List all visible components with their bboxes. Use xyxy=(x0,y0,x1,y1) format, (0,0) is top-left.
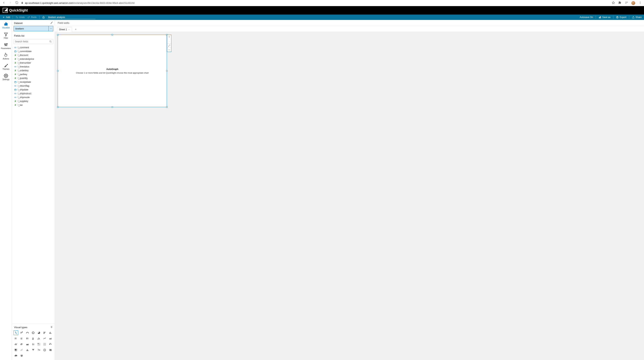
browser-back-icon[interactable] xyxy=(2,1,5,5)
visual-type-waterfall[interactable] xyxy=(36,336,41,341)
visual-type-treemap[interactable] xyxy=(14,348,18,352)
visual-type-vbar[interactable] xyxy=(48,330,53,335)
star-icon[interactable] xyxy=(612,1,615,5)
add-sheet-button[interactable] xyxy=(74,27,78,32)
visual-type-donut[interactable] xyxy=(31,330,36,335)
visual-type-v100[interactable] xyxy=(31,336,36,341)
resize-handle[interactable] xyxy=(57,34,58,36)
field-name: l_orderkey xyxy=(18,69,28,72)
field-row[interactable]: l_shipmode xyxy=(13,96,54,99)
profile-avatar[interactable] xyxy=(631,1,635,5)
rail-filter[interactable]: Filter xyxy=(4,32,8,39)
field-row[interactable]: l_shipdate xyxy=(13,88,54,92)
search-fields-input[interactable] xyxy=(14,39,53,44)
field-row[interactable]: l_linestatus xyxy=(13,65,54,69)
visual-type-pivot[interactable] xyxy=(36,342,41,346)
analysis-name-input[interactable]: lineitem analysis xyxy=(48,16,96,19)
edit-dataset-icon[interactable] xyxy=(50,22,53,25)
visual-type-kpi[interactable] xyxy=(19,330,24,335)
export-button[interactable]: Export xyxy=(616,16,626,18)
visual-type-combo1[interactable] xyxy=(14,342,18,346)
field-name: l_quantity xyxy=(18,77,28,80)
visual-type-autograph[interactable] xyxy=(14,330,18,335)
field-row[interactable]: l_returnflag xyxy=(13,84,54,88)
svg-rect-56 xyxy=(16,339,17,339)
field-row[interactable]: l_shipinstruct xyxy=(13,92,54,96)
visual-type-boxplot[interactable] xyxy=(31,342,36,346)
save-as-button[interactable]: Save as xyxy=(598,16,610,18)
svg-rect-10 xyxy=(599,17,599,18)
reading-list-icon[interactable] xyxy=(625,1,628,5)
visual-type-wordcloud[interactable] xyxy=(14,354,18,358)
visual-type-vstack[interactable] xyxy=(19,336,24,341)
visual-type-heatmap[interactable] xyxy=(48,342,53,346)
field-row[interactable]: #l_extendedprice xyxy=(13,57,54,61)
redo-button[interactable]: Redo xyxy=(28,16,36,18)
browser-forward-icon[interactable] xyxy=(9,1,12,5)
rail-parameters[interactable]: Parameters xyxy=(1,42,11,50)
visual-type-area[interactable] xyxy=(48,336,53,341)
visual-type-line[interactable] xyxy=(42,336,47,341)
visual-expand-menu-icon[interactable] xyxy=(167,35,171,39)
visual-type-insight[interactable] xyxy=(19,354,24,358)
visual-type-histogram[interactable] xyxy=(25,348,30,352)
sheet-tabs: Sheet 1 xyxy=(55,26,644,32)
undo-button[interactable]: Undo xyxy=(16,16,25,18)
field-row[interactable]: l_commitdate xyxy=(13,50,54,53)
visual-type-scatter[interactable] xyxy=(19,348,24,352)
visual-frame[interactable]: AutoGraph Choose 1 or more fields and le… xyxy=(58,35,167,107)
field-row[interactable]: #l_partkey xyxy=(13,72,54,76)
visual-type-h100[interactable] xyxy=(25,336,30,341)
resize-handle[interactable] xyxy=(112,106,113,108)
resize-handle[interactable] xyxy=(166,70,168,72)
visual-type-combo2[interactable] xyxy=(19,342,24,346)
visual-type-pie[interactable] xyxy=(36,330,41,335)
visual-type-geomap[interactable] xyxy=(42,348,47,352)
field-row[interactable]: #l_tax xyxy=(13,103,54,107)
visual-focus-icon[interactable] xyxy=(167,39,171,43)
search-icon xyxy=(49,40,52,43)
kebab-menu-icon[interactable] xyxy=(639,1,642,5)
add-button[interactable]: Add xyxy=(2,16,10,18)
autosave-toggle[interactable]: Autosave On xyxy=(580,16,593,18)
rail-themes[interactable]: Themes xyxy=(2,63,10,70)
svg-rect-119 xyxy=(21,356,22,357)
visual-type-gauge[interactable] xyxy=(25,330,30,335)
rail-actions[interactable]: Actions xyxy=(3,53,9,60)
visual-type-hstack[interactable] xyxy=(14,336,18,341)
field-row[interactable]: #l_quantity xyxy=(13,76,54,80)
visual-type-table[interactable] xyxy=(42,342,47,346)
rail-settings[interactable]: Settings xyxy=(2,74,10,80)
rail-visualize[interactable]: Visualize xyxy=(2,22,10,29)
visual-type-sankey[interactable] xyxy=(36,348,41,352)
field-wells-bar[interactable]: Field wells xyxy=(55,20,644,26)
visual-type-funnel[interactable] xyxy=(31,348,36,352)
field-row[interactable]: #l_suppkey xyxy=(13,99,54,103)
collapse-visual-types-icon[interactable] xyxy=(50,326,53,329)
resize-handle[interactable] xyxy=(57,70,58,72)
extensions-icon[interactable] xyxy=(618,1,622,5)
visual-type-hbar[interactable] xyxy=(42,330,47,335)
app-header: QuickSight xyxy=(0,6,644,14)
field-row[interactable]: #l_orderkey xyxy=(13,69,54,72)
field-row[interactable]: #l_discount xyxy=(13,53,54,57)
sheet-tab-1[interactable]: Sheet 1 xyxy=(57,27,72,32)
visual-type-filledmap[interactable] xyxy=(48,348,53,352)
resize-handle[interactable] xyxy=(112,34,113,36)
share-button[interactable]: Share xyxy=(632,16,642,18)
browser-url[interactable]: ap-southeast-1.quicksight.aws.amazon.com… xyxy=(25,2,134,4)
visual-type-areastack[interactable] xyxy=(25,342,30,346)
field-row[interactable]: l_comment xyxy=(13,46,54,50)
field-name: l_commitdate xyxy=(18,50,32,53)
favorite-button[interactable] xyxy=(42,16,45,18)
browser-chrome: ap-southeast-1.quicksight.aws.amazon.com… xyxy=(0,0,644,6)
visual-maximize-icon[interactable] xyxy=(167,43,171,48)
svg-rect-52 xyxy=(51,333,51,334)
resize-handle[interactable] xyxy=(166,106,168,108)
dataset-select[interactable]: lineitem xyxy=(14,26,53,31)
field-row[interactable]: #l_linenumber xyxy=(13,61,54,65)
visual-more-icon[interactable] xyxy=(167,48,171,52)
resize-handle[interactable] xyxy=(57,106,58,108)
field-row[interactable]: l_receiptdate xyxy=(13,80,54,84)
browser-reload-icon[interactable] xyxy=(15,1,18,5)
